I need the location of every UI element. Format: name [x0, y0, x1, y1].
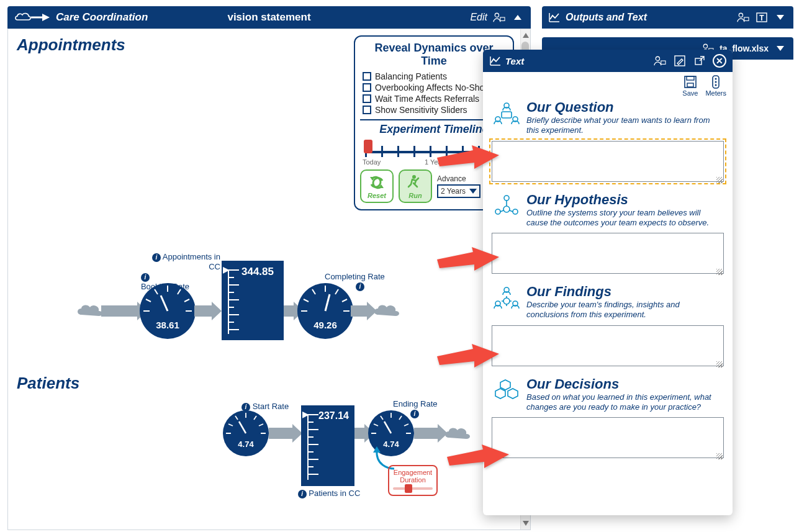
text-icon[interactable]: T [755, 11, 769, 24]
findings-icon [492, 285, 521, 310]
save-button[interactable]: Save [682, 74, 698, 97]
svg-point-63 [504, 196, 509, 201]
reset-button[interactable]: Reset [360, 169, 394, 203]
stock-value: 237.14 [318, 410, 349, 422]
resize-grip-icon[interactable] [716, 177, 723, 183]
gauge-label: Start Rate [253, 402, 289, 411]
collapse-button[interactable] [511, 11, 525, 24]
svg-line-10 [155, 289, 158, 294]
module-title: Care Coordination [56, 11, 148, 24]
svg-line-30 [239, 422, 246, 433]
info-icon[interactable]: i [298, 490, 307, 498]
slider-thumb[interactable] [405, 484, 412, 493]
advance-value: 2 Years [441, 187, 466, 196]
our-question-section: Our Question Briefly describe what your … [492, 101, 724, 184]
outputs-panel-header: Outputs and Text T [542, 6, 793, 29]
svg-line-22 [325, 294, 330, 311]
svg-line-34 [381, 416, 383, 420]
svg-point-64 [503, 206, 510, 212]
vision-statement-title: vision statement [227, 11, 310, 24]
info-icon[interactable]: i [141, 273, 150, 282]
slider-track[interactable] [393, 487, 433, 490]
svg-point-44 [703, 44, 707, 48]
save-label: Save [682, 89, 698, 97]
scroll-up-icon[interactable] [523, 32, 529, 38]
svg-line-11 [146, 299, 151, 302]
section-desc: Outline the systems story your team beli… [526, 208, 724, 228]
checkbox-icon[interactable] [363, 106, 371, 114]
timeline-marker[interactable] [364, 140, 372, 153]
reveal-option-label: Show Sensitivity Sliders [375, 105, 467, 115]
svg-line-26 [235, 416, 238, 420]
gauge-value: 4.74 [223, 440, 269, 449]
svg-point-2 [495, 13, 498, 17]
cloud-sink-icon [372, 302, 400, 318]
patients-stock[interactable]: ▶ 237.14 i Patients in CC [301, 405, 354, 486]
svg-point-40 [739, 13, 742, 17]
our-findings-input[interactable] [492, 325, 724, 366]
flow-arrow [101, 305, 138, 317]
reveal-option-label: Overbooking Affects No-Show [375, 83, 491, 92]
run-label: Run [408, 192, 422, 199]
flow-arrow [414, 428, 439, 439]
team-icon[interactable] [736, 11, 750, 24]
appointments-stock[interactable]: i Appointments in CC ▶ 344.85 [222, 261, 284, 340]
section-desc: Briefly describe what your team wants to… [526, 115, 724, 136]
info-icon[interactable]: i [410, 410, 419, 418]
our-question-input[interactable] [492, 141, 724, 182]
svg-rect-47 [661, 61, 665, 64]
callout-arrow-icon [447, 443, 509, 471]
flow-arrow [269, 428, 294, 439]
scroll-down-icon[interactable] [523, 521, 529, 527]
outputs-panel-title: Outputs and Text [566, 12, 647, 23]
text-panel-header: Text ✕ [483, 50, 733, 72]
edit-icon[interactable] [673, 54, 687, 68]
stock-value: 344.85 [241, 266, 274, 278]
edit-button[interactable]: Edit [470, 12, 487, 23]
svg-marker-72 [500, 380, 510, 390]
close-icon[interactable]: ✕ [713, 54, 726, 68]
reveal-option-label: Balancing Patients [375, 71, 447, 81]
svg-line-18 [312, 289, 315, 294]
resize-grip-icon[interactable] [716, 361, 723, 367]
team-icon[interactable] [492, 11, 506, 24]
start-rate-gauge[interactable]: i Start Rate 4.74 [223, 410, 269, 456]
timeline-start-label: Today [363, 158, 381, 166]
svg-line-38 [384, 422, 391, 433]
popout-icon[interactable] [693, 54, 706, 68]
resize-grip-icon[interactable] [716, 453, 723, 459]
main-header: Care Coordination vision statement Edit [7, 6, 531, 29]
svg-text:T: T [759, 14, 764, 22]
checkbox-icon[interactable] [363, 72, 371, 81]
reveal-option-label: Wait Time Affects Referrals [375, 94, 479, 104]
checkbox-icon[interactable] [363, 83, 371, 92]
stock-label: Appointments in CC [163, 252, 220, 271]
svg-rect-51 [687, 76, 694, 80]
svg-point-56 [715, 84, 717, 86]
svg-line-25 [259, 424, 263, 426]
meters-button[interactable]: Meters [705, 74, 726, 97]
expand-button[interactable] [774, 11, 787, 24]
svg-rect-3 [500, 17, 505, 20]
our-decisions-input[interactable] [492, 417, 724, 458]
resize-grip-icon[interactable] [716, 269, 723, 275]
checkbox-icon[interactable] [363, 94, 371, 103]
advance-select[interactable]: 2 Years [437, 184, 480, 198]
booking-rate-gauge[interactable]: i Booking Rate 38.61 [140, 283, 196, 339]
svg-rect-49 [695, 58, 701, 65]
svg-point-62 [513, 209, 518, 214]
engagement-duration-slider[interactable]: Engagement Duration [388, 465, 438, 496]
expand-button[interactable] [774, 42, 787, 55]
team-icon[interactable] [653, 54, 667, 68]
svg-marker-78 [447, 444, 509, 468]
info-icon[interactable]: i [152, 253, 161, 262]
info-icon[interactable]: i [356, 282, 364, 291]
svg-marker-76 [437, 247, 499, 271]
section-title: Our Findings [526, 285, 724, 299]
section-desc: Based on what you learned in this experi… [526, 392, 724, 413]
completing-rate-gauge[interactable]: Completing Rate i 49.26 [297, 283, 353, 339]
run-button[interactable]: Run [399, 169, 432, 203]
our-hypothesis-input[interactable] [492, 233, 724, 274]
our-hypothesis-section: Our Hypothesis Outline the systems story… [492, 193, 724, 277]
gauge-label: Ending Rate [393, 399, 438, 408]
